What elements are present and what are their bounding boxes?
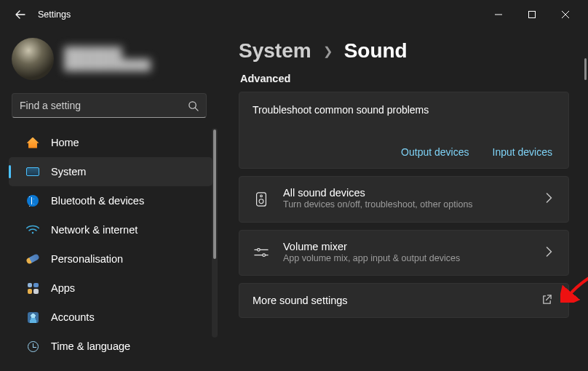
minimize-button[interactable]: [482, 3, 515, 26]
search-icon: [188, 100, 199, 111]
sidebar-item-label: System: [51, 166, 86, 177]
sidebar-item-label: Personalisation: [51, 253, 123, 265]
breadcrumb: System ❯ Sound: [239, 39, 579, 63]
home-icon: [26, 136, 39, 149]
main-content: System ❯ Sound Advanced Troubleshoot com…: [218, 29, 588, 371]
output-devices-button[interactable]: Output devices: [401, 146, 469, 158]
svg-rect-0: [529, 12, 536, 18]
svg-point-7: [263, 254, 266, 257]
sidebar-item-network[interactable]: Network & internet: [9, 215, 212, 244]
svg-point-5: [259, 199, 263, 204]
row-sub: App volume mix, app input & output devic…: [283, 252, 533, 266]
sidebar-item-system[interactable]: System: [9, 157, 212, 186]
minimize-icon: [495, 11, 502, 18]
display-icon: [26, 165, 39, 178]
sidebar-item-personalisation[interactable]: Personalisation: [9, 244, 212, 274]
search-placeholder: Find a setting: [20, 100, 188, 111]
apps-icon: [26, 282, 39, 295]
sidebar-item-bluetooth[interactable]: Bluetooth & devices: [9, 186, 212, 215]
all-sound-devices-row[interactable]: All sound devices Turn devices on/off, t…: [239, 176, 569, 223]
main-scrollbar[interactable]: [583, 29, 588, 371]
sidebar-item-time[interactable]: Time & language: [9, 332, 212, 361]
row-title: More sound settings: [253, 295, 528, 306]
sidebar: ████████ ████████████ Find a setting Hom…: [0, 29, 218, 371]
volume-mixer-row[interactable]: Volume mixer App volume mix, app input &…: [239, 230, 569, 276]
profile[interactable]: ████████ ████████████: [0, 36, 218, 93]
sidebar-item-label: Bluetooth & devices: [51, 195, 144, 207]
sidebar-item-label: Home: [51, 137, 79, 148]
breadcrumb-current: Sound: [344, 39, 408, 63]
sidebar-item-label: Time & language: [51, 340, 130, 352]
sidebar-item-home[interactable]: Home: [9, 128, 212, 157]
sidebar-item-label: Apps: [51, 282, 75, 294]
sidebar-item-apps[interactable]: Apps: [9, 274, 212, 303]
sidebar-item-label: Accounts: [51, 311, 95, 323]
svg-point-1: [189, 101, 196, 108]
search-input[interactable]: Find a setting: [12, 93, 207, 118]
chevron-right-icon: [546, 193, 552, 205]
sidebar-item-label: Network & internet: [51, 224, 138, 236]
breadcrumb-parent[interactable]: System: [239, 39, 311, 63]
row-title: Volume mixer: [283, 241, 533, 252]
bluetooth-icon: [26, 194, 39, 207]
avatar: [12, 38, 54, 80]
svg-point-6: [258, 249, 261, 252]
maximize-button[interactable]: [515, 3, 549, 26]
arrow-left-icon: [15, 9, 26, 20]
row-sub: Turn devices on/off, troubleshoot, other…: [283, 199, 533, 212]
speaker-icon: [253, 191, 270, 207]
maximize-icon: [528, 11, 536, 18]
svg-point-2: [32, 232, 33, 234]
sidebar-item-accounts[interactable]: Accounts: [9, 303, 212, 332]
chevron-right-icon: ❯: [323, 44, 333, 58]
input-devices-button[interactable]: Input devices: [493, 146, 553, 158]
section-label: Advanced: [240, 73, 579, 84]
sliders-icon: [253, 246, 270, 259]
svg-point-4: [261, 195, 263, 197]
more-sound-settings-row[interactable]: More sound settings: [239, 283, 569, 318]
open-external-icon: [541, 294, 552, 307]
close-button[interactable]: [549, 3, 582, 26]
back-button[interactable]: [10, 4, 31, 25]
troubleshoot-card: Troubleshoot common sound problems Outpu…: [239, 92, 569, 169]
sidebar-scrollbar[interactable]: [212, 128, 218, 338]
wifi-icon: [26, 223, 39, 236]
chevron-right-icon: [546, 247, 552, 259]
close-icon: [562, 11, 569, 18]
row-title: All sound devices: [283, 187, 533, 199]
clock-globe-icon: [26, 340, 39, 353]
brush-icon: [26, 252, 39, 266]
nav: Home System Bluetooth & devices Network …: [0, 128, 218, 361]
troubleshoot-title: Troubleshoot common sound problems: [253, 104, 552, 116]
profile-text: ████████ ████████████: [64, 47, 151, 71]
person-icon: [26, 311, 39, 324]
window-title: Settings: [38, 9, 71, 20]
